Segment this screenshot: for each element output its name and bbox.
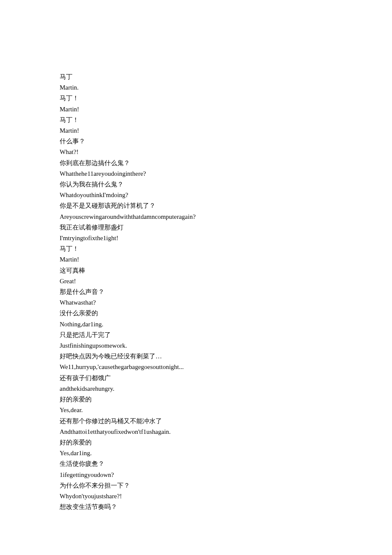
subtitle-line: Martin! [60, 104, 332, 115]
subtitle-line: Whydon'tyoujustshare?! [60, 491, 332, 502]
subtitle-line: 你到底在那边搞什么鬼？ [60, 158, 332, 169]
subtitle-line: Whatthehe11areyoudoinginthere? [60, 169, 332, 179]
subtitle-line: What?! [60, 147, 332, 157]
subtitle-line: Martin! [60, 125, 332, 136]
subtitle-line: 你认为我在搞什么鬼？ [60, 179, 332, 190]
subtitle-line: 还有那个你修过的马桶又不能冲水了 [60, 416, 332, 427]
subtitle-line: 生活使你疲惫？ [60, 459, 332, 469]
subtitle-line: 为什么你不来分担一下？ [60, 480, 332, 491]
subtitle-line: 好吧快点因为今晚已经没有剩菜了… [60, 351, 332, 362]
subtitle-line: 马丁！ [60, 115, 332, 125]
subtitle-line: Yes,dear. [60, 405, 332, 416]
subtitle-line: 好的亲爱的 [60, 437, 332, 448]
subtitle-line: 你是不是又碰那该死的计算机了？ [60, 200, 332, 211]
subtitle-line: I'mtryingtofixthe1ight! [60, 233, 332, 244]
subtitle-line: 还有孩子们都饿广 [60, 373, 332, 384]
subtitle-line: Yes,dar1ing. [60, 448, 332, 459]
subtitle-line: Areyouscrewingaroundwiththatdamncomputer… [60, 212, 332, 222]
subtitle-line: Martin. [60, 82, 332, 93]
subtitle-line: 这可真棒 [60, 265, 332, 276]
subtitle-line: 想改变生活节奏吗？ [60, 502, 332, 512]
subtitle-line: 马丁！ [60, 244, 332, 254]
subtitle-line: 只是把活儿干完了 [60, 330, 332, 340]
subtitle-line: Great! [60, 276, 332, 287]
subtitle-line: WhatdoyouthinkI'mdoing? [60, 190, 332, 200]
subtitle-line: 好的亲爱的 [60, 394, 332, 405]
subtitle-line: 那是什么声音？ [60, 287, 332, 297]
subtitle-line: 马丁 [60, 72, 332, 82]
subtitle-line: Nothing,dar1ing. [60, 319, 332, 330]
subtitle-line: 1ifegettingyoudown? [60, 470, 332, 480]
subtitle-line: Martin! [60, 254, 332, 265]
subtitle-line: We11,hurryup,'causethegarbagegoesouttoni… [60, 362, 332, 372]
subtitle-line: andthekidsarehungry. [60, 384, 332, 394]
subtitle-line: Whatwasthat? [60, 297, 332, 308]
subtitle-line: 我正在试着修理那盏灯 [60, 222, 332, 233]
subtitle-line: 没什么亲爱的 [60, 308, 332, 319]
subtitle-line: 马丁！ [60, 93, 332, 104]
document-page: 马丁 Martin. 马丁！ Martin! 马丁！ Martin! 什么事？ … [0, 0, 392, 555]
subtitle-line: Andthattoi1etthatyoufixedwon'tf1ushagain… [60, 427, 332, 437]
subtitle-line: 什么事？ [60, 136, 332, 147]
subtitle-line: Justfinishingupsomework. [60, 340, 332, 351]
